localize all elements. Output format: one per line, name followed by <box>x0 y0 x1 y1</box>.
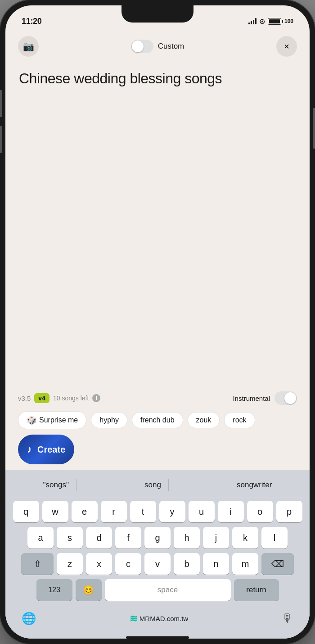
key-j[interactable]: j <box>203 527 229 549</box>
emoji-key[interactable]: 😊 <box>76 579 102 601</box>
shift-key[interactable]: ⇧ <box>21 553 54 575</box>
custom-toggle-label: Custom <box>158 42 184 51</box>
key-t[interactable]: t <box>130 501 156 522</box>
version-row: v3.5 v4 10 songs left i Instrumental <box>5 387 310 409</box>
prompt-text[interactable]: Chinese wedding blessing songs <box>19 69 296 88</box>
instrumental-toggle[interactable] <box>274 391 297 405</box>
key-l[interactable]: l <box>261 527 288 549</box>
key-b[interactable]: b <box>174 553 200 575</box>
chip-zouk[interactable]: zouk <box>188 412 220 428</box>
phone-screen: 11:20 ⊛ 100 <box>5 5 310 639</box>
info-icon[interactable]: i <box>92 394 100 402</box>
key-r[interactable]: r <box>101 501 127 522</box>
close-button[interactable]: × <box>276 36 297 57</box>
return-key[interactable]: return <box>234 579 279 601</box>
volume-up-button[interactable] <box>0 90 2 117</box>
key-o[interactable]: o <box>247 501 273 522</box>
autocomplete-row: "songs" song songwriter <box>5 475 310 497</box>
custom-toggle[interactable] <box>131 40 153 53</box>
key-c[interactable]: c <box>115 553 141 575</box>
signal-icon <box>248 18 256 24</box>
volume-down-button[interactable] <box>0 126 2 153</box>
phone-frame: 11:20 ⊛ 100 <box>0 0 315 644</box>
chip-surprise[interactable]: 🎲 Surprise me <box>18 411 86 429</box>
chip-surprise-label: Surprise me <box>39 416 78 424</box>
camera-button[interactable]: 📷 <box>18 36 39 57</box>
chip-hyphy[interactable]: hyphy <box>91 412 127 428</box>
version-v35: v3.5 <box>18 395 31 402</box>
key-d[interactable]: d <box>86 527 112 549</box>
autocomplete-songwriter[interactable]: songwriter <box>230 479 279 491</box>
chip-hyphy-label: hyphy <box>99 416 119 424</box>
chip-french-dub-label: french dub <box>140 416 175 424</box>
autocomplete-songs-quoted[interactable]: "songs" <box>36 479 76 491</box>
notch <box>122 5 194 23</box>
chip-rock-label: rock <box>233 416 246 424</box>
instrumental-right: Instrumental <box>233 391 297 405</box>
key-u[interactable]: u <box>189 501 215 522</box>
instrumental-label: Instrumental <box>233 395 270 402</box>
chip-rock[interactable]: rock <box>224 412 255 428</box>
key-x[interactable]: x <box>86 553 112 575</box>
chip-french-dub[interactable]: french dub <box>132 412 183 428</box>
key-f[interactable]: f <box>115 527 141 549</box>
create-button[interactable]: ♪ Create <box>18 435 74 464</box>
key-m[interactable]: m <box>232 553 258 575</box>
key-a[interactable]: a <box>27 527 54 549</box>
key-k[interactable]: k <box>232 527 258 549</box>
backspace-key[interactable]: ⌫ <box>261 553 294 575</box>
version-left: v3.5 v4 10 songs left i <box>18 393 100 403</box>
key-i[interactable]: i <box>218 501 244 522</box>
autocomplete-song[interactable]: song <box>137 479 169 491</box>
songs-left-text: 10 songs left <box>53 395 89 402</box>
custom-toggle-container: Custom <box>131 40 184 53</box>
key-n[interactable]: n <box>203 553 229 575</box>
key-z[interactable]: z <box>57 553 83 575</box>
key-row-3: ⇧ z x c v b n m ⌫ <box>7 553 308 575</box>
battery-icon: 100 <box>268 18 293 25</box>
status-icons: ⊛ 100 <box>248 17 293 26</box>
wifi-icon: ⊛ <box>259 17 265 26</box>
globe-icon[interactable]: 🌐 <box>22 612 36 626</box>
brand-text: MRMAD.com.tw <box>140 615 188 622</box>
space-key[interactable]: space <box>105 579 231 601</box>
numbers-key[interactable]: 123 <box>36 579 72 601</box>
bottom-section: v3.5 v4 10 songs left i Instrumental 🎲 S… <box>5 387 310 639</box>
keys-area: q w e r t y u i o p a s d <box>5 497 310 607</box>
key-e[interactable]: e <box>72 501 98 522</box>
chips-row: 🎲 Surprise me hyphy french dub zouk rock <box>5 409 310 435</box>
key-w[interactable]: w <box>42 501 68 522</box>
version-v4[interactable]: v4 <box>34 393 50 403</box>
key-s[interactable]: s <box>57 527 83 549</box>
power-button[interactable] <box>313 108 315 149</box>
key-h[interactable]: h <box>174 527 200 549</box>
music-note-icon: ♪ <box>27 444 32 455</box>
branding: ≋ MRMAD.com.tw <box>130 613 188 625</box>
brand-logo: ≋ <box>130 613 137 625</box>
status-time: 11:20 <box>22 17 42 26</box>
close-icon: × <box>284 41 289 52</box>
main-content: Chinese wedding blessing songs <box>5 62 310 387</box>
dice-icon: 🎲 <box>27 415 36 425</box>
top-controls: 📷 Custom × <box>5 31 310 62</box>
key-row-1: q w e r t y u i o p <box>7 501 308 522</box>
bottom-bar: 🌐 ≋ MRMAD.com.tw 🎙 <box>5 607 310 635</box>
home-indicator <box>126 636 189 639</box>
key-y[interactable]: y <box>159 501 185 522</box>
key-q[interactable]: q <box>13 501 39 522</box>
keyboard-area: "songs" song songwriter q w e r t y u i <box>5 470 310 639</box>
camera-icon: 📷 <box>23 41 34 52</box>
key-p[interactable]: p <box>276 501 302 522</box>
key-v[interactable]: v <box>144 553 171 575</box>
key-row-4: 123 😊 space return <box>7 579 308 601</box>
create-button-label: Create <box>37 444 65 455</box>
key-row-2: a s d f g h j k l <box>7 527 308 549</box>
key-g[interactable]: g <box>144 527 171 549</box>
chip-zouk-label: zouk <box>196 416 212 424</box>
microphone-icon[interactable]: 🎙 <box>282 612 293 626</box>
